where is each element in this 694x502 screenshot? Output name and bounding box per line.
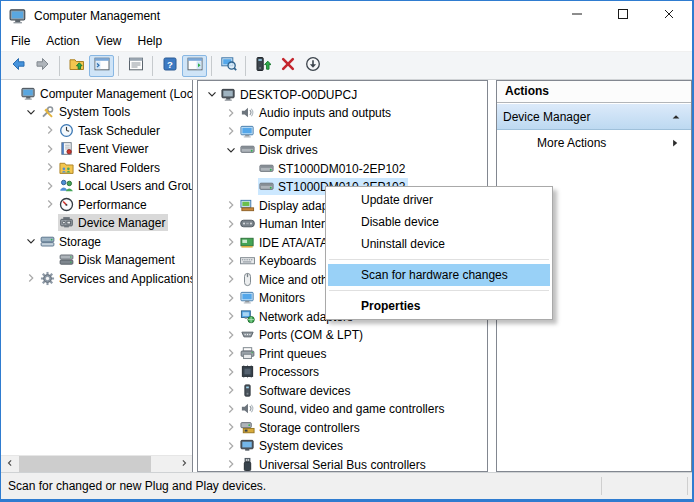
back-icon bbox=[10, 56, 26, 76]
tree-item-storage[interactable]: Storage bbox=[3, 232, 192, 251]
scroll-left-button[interactable] bbox=[1, 456, 18, 472]
tree-item-computer[interactable]: Computer bbox=[203, 122, 487, 141]
update-driver-button[interactable] bbox=[250, 55, 275, 77]
chevron-spacer bbox=[41, 252, 58, 268]
tree-item-label: Processors bbox=[259, 364, 319, 379]
chevron-expanded-icon[interactable] bbox=[22, 233, 39, 249]
tree-item-services-and-applications[interactable]: Services and Applications bbox=[3, 269, 192, 288]
maximize-button[interactable] bbox=[600, 1, 646, 31]
properties-button[interactable] bbox=[123, 55, 148, 77]
chevron-expanded-icon[interactable] bbox=[203, 86, 220, 102]
context-menu: Update driverDisable deviceUninstall dev… bbox=[325, 186, 553, 320]
tree-item-ports-com-lpt[interactable]: Ports (COM & LPT) bbox=[203, 326, 487, 345]
minimize-button[interactable] bbox=[554, 1, 600, 31]
context-menu-item-properties[interactable]: Properties bbox=[328, 295, 550, 317]
back-button[interactable] bbox=[5, 55, 30, 77]
console-tree: Computer Management (LocalSystem ToolsTa… bbox=[1, 80, 192, 454]
chevron-collapsed-icon[interactable] bbox=[41, 141, 58, 157]
tree-item-sound-video-and-game-controllers[interactable]: Sound, video and game controllers bbox=[203, 400, 487, 419]
chevron-collapsed-icon[interactable] bbox=[41, 122, 58, 138]
tree-item-processors[interactable]: Processors bbox=[203, 363, 487, 382]
chevron-collapsed-icon[interactable] bbox=[222, 364, 239, 380]
tree-item-desktop-o0dupcj[interactable]: DESKTOP-O0DUPCJ bbox=[203, 85, 487, 104]
scroll-right-button[interactable] bbox=[175, 456, 192, 472]
tree-item-label: Task Scheduler bbox=[78, 123, 160, 138]
chevron-expanded-icon[interactable] bbox=[22, 104, 39, 120]
chevron-collapsed-icon[interactable] bbox=[222, 234, 239, 250]
tree-item-task-scheduler[interactable]: Task Scheduler bbox=[3, 121, 192, 140]
chevron-collapsed-icon[interactable] bbox=[222, 345, 239, 361]
chevron-collapsed-icon[interactable] bbox=[22, 270, 39, 286]
tree-item-software-devices[interactable]: Software devices bbox=[203, 381, 487, 400]
tree-item-content: Shared Folders bbox=[58, 159, 163, 176]
scan-hardware-button[interactable] bbox=[216, 55, 241, 77]
more-actions-item[interactable]: More Actions bbox=[497, 130, 691, 156]
chevron-collapsed-icon[interactable] bbox=[222, 271, 239, 287]
tree-item-performance[interactable]: Performance bbox=[3, 195, 192, 214]
tree-item-print-queues[interactable]: Print queues bbox=[203, 344, 487, 363]
tree-item-event-viewer[interactable]: Event Viewer bbox=[3, 140, 192, 159]
tree-item-computer-management-local[interactable]: Computer Management (Local bbox=[3, 84, 192, 103]
scrollbar-thumb[interactable] bbox=[19, 456, 151, 472]
tree-item-system-devices[interactable]: System devices bbox=[203, 437, 487, 456]
chevron-collapsed-icon[interactable] bbox=[222, 438, 239, 454]
disable-device-button[interactable] bbox=[300, 55, 325, 77]
context-menu-item-uninstall-device[interactable]: Uninstall device bbox=[328, 233, 550, 255]
menu-view[interactable]: View bbox=[88, 32, 130, 50]
chevron-collapsed-icon[interactable] bbox=[41, 178, 58, 194]
network-icon bbox=[240, 309, 255, 324]
actions-group-device-manager[interactable]: Device Manager bbox=[497, 103, 691, 130]
tree-item-label: Computer bbox=[259, 124, 312, 139]
menu-file[interactable]: File bbox=[3, 32, 38, 50]
chevron-expanded-icon[interactable] bbox=[222, 142, 239, 158]
tree-item-storage-controllers[interactable]: Storage controllers bbox=[203, 418, 487, 437]
tree-item-device-manager[interactable]: Device Manager bbox=[3, 214, 192, 233]
context-menu-item-disable-device[interactable]: Disable device bbox=[328, 211, 550, 233]
tree-item-local-users-and-groups[interactable]: Local Users and Groups bbox=[3, 177, 192, 196]
tree-item-st1000dm010-2ep102[interactable]: ST1000DM010-2EP102 bbox=[203, 159, 487, 178]
title-bar: Computer Management bbox=[1, 1, 692, 31]
chevron-collapsed-icon[interactable] bbox=[222, 105, 239, 121]
forward-button[interactable] bbox=[30, 55, 55, 77]
uninstall-device-button[interactable] bbox=[275, 55, 300, 77]
scrollbar-track[interactable] bbox=[18, 456, 175, 472]
tree-item-content: Services and Applications bbox=[39, 270, 192, 287]
horizontal-scrollbar[interactable] bbox=[1, 455, 192, 472]
chevron-collapsed-icon[interactable] bbox=[222, 401, 239, 417]
actions-group-label: Device Manager bbox=[503, 110, 590, 124]
tree-item-disk-management[interactable]: Disk Management bbox=[3, 251, 192, 270]
menu-help[interactable]: Help bbox=[130, 32, 171, 50]
close-button[interactable] bbox=[646, 1, 692, 31]
tree-item-shared-folders[interactable]: Shared Folders bbox=[3, 158, 192, 177]
console-tree-toggle-button[interactable] bbox=[89, 55, 114, 77]
action-pane-toggle-button[interactable] bbox=[182, 55, 207, 77]
chevron-collapsed-icon[interactable] bbox=[222, 197, 239, 213]
chevron-collapsed-icon[interactable] bbox=[222, 419, 239, 435]
tree-item-label: Device Manager bbox=[78, 215, 165, 230]
tree-item-audio-inputs-and-outputs[interactable]: Audio inputs and outputs bbox=[203, 104, 487, 123]
chevron-collapsed-icon[interactable] bbox=[222, 290, 239, 306]
help-button[interactable]: ? bbox=[157, 55, 182, 77]
tree-item-universal-serial-bus-controllers[interactable]: Universal Serial Bus controllers bbox=[203, 455, 487, 472]
tree-item-label: Local Users and Groups bbox=[78, 178, 192, 193]
tree-item-system-tools[interactable]: System Tools bbox=[3, 103, 192, 122]
console-tree-toggle-icon bbox=[94, 56, 110, 76]
chevron-collapsed-icon[interactable] bbox=[222, 456, 239, 472]
menu-action[interactable]: Action bbox=[38, 32, 87, 50]
chevron-collapsed-icon[interactable] bbox=[41, 159, 58, 175]
chevron-collapsed-icon[interactable] bbox=[222, 327, 239, 343]
context-menu-item-scan-for-hardware-changes[interactable]: Scan for hardware changes bbox=[328, 264, 550, 286]
tree-item-label: Event Viewer bbox=[78, 141, 148, 156]
chevron-collapsed-icon[interactable] bbox=[222, 253, 239, 269]
local-users-icon bbox=[59, 178, 74, 193]
chevron-collapsed-icon[interactable] bbox=[222, 308, 239, 324]
up-level-button[interactable] bbox=[64, 55, 89, 77]
collapse-chevron-icon[interactable] bbox=[670, 111, 682, 123]
chevron-collapsed-icon[interactable] bbox=[222, 123, 239, 139]
chevron-collapsed-icon[interactable] bbox=[41, 196, 58, 212]
tree-item-disk-drives[interactable]: Disk drives bbox=[203, 141, 487, 160]
chevron-collapsed-icon[interactable] bbox=[222, 382, 239, 398]
chevron-spacer bbox=[3, 85, 20, 101]
chevron-collapsed-icon[interactable] bbox=[222, 216, 239, 232]
context-menu-item-update-driver[interactable]: Update driver bbox=[328, 189, 550, 211]
